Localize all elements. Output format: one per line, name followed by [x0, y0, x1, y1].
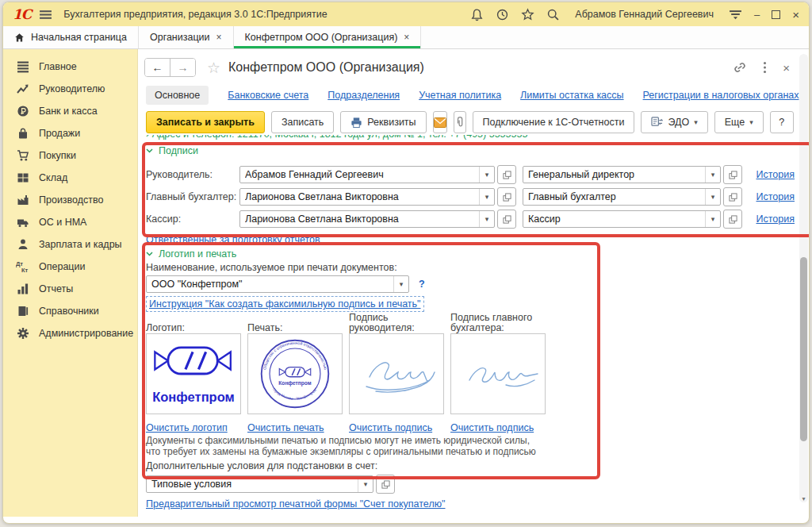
- nav-link-bank-accounts[interactable]: Банковские счета: [228, 90, 308, 101]
- invoice-preview-link[interactable]: Предварительный просмотр печатной формы …: [146, 498, 446, 510]
- tab-organizations[interactable]: Организации ×: [139, 26, 234, 48]
- dropdown-arrow-icon[interactable]: ▾: [358, 476, 373, 492]
- sidebar-label: Отчеты: [39, 283, 73, 294]
- dropdown-arrow-icon[interactable]: ▾: [705, 189, 720, 205]
- service-menu-icon[interactable]: [729, 8, 742, 21]
- open-element-button[interactable]: [376, 475, 395, 494]
- tab-home[interactable]: Начальная страница: [3, 26, 139, 48]
- signatures-section-header[interactable]: Подписи: [146, 145, 198, 156]
- address-section-collapsed[interactable]: › Адрес и телефон: 121170, Москва г, 181…: [146, 135, 777, 143]
- accountant-position-input[interactable]: [523, 191, 705, 202]
- history-icon[interactable]: [496, 8, 509, 21]
- close-window-button[interactable]: ×: [792, 9, 799, 21]
- sidebar-item-production[interactable]: Производство: [3, 189, 137, 211]
- favorites-star-icon[interactable]: [521, 8, 534, 21]
- form-title: Конфетпром ООО (Организация): [228, 60, 424, 75]
- history-link[interactable]: История: [749, 213, 795, 225]
- cashier-name-input[interactable]: [240, 213, 479, 225]
- notifications-bell-icon[interactable]: [470, 8, 484, 21]
- close-form-icon[interactable]: ×: [783, 61, 790, 75]
- history-link[interactable]: История: [749, 191, 795, 202]
- sidebar-item-operations[interactable]: ДтКт Операции: [3, 256, 137, 278]
- print-name-input[interactable]: [147, 279, 393, 290]
- tab-close-icon[interactable]: ×: [404, 32, 409, 43]
- sidebar-item-bank[interactable]: Банк и касса: [3, 100, 137, 122]
- sidebar-item-sales[interactable]: Продажи: [3, 122, 137, 144]
- maximize-button[interactable]: [772, 10, 780, 19]
- sidebar-item-main[interactable]: Главное: [3, 56, 137, 78]
- sidebar-label: Справочники: [39, 306, 99, 317]
- nav-link-cash-limits[interactable]: Лимиты остатка кассы: [520, 90, 623, 101]
- dropdown-arrow-icon[interactable]: ▾: [479, 211, 494, 227]
- sidebar-item-hr[interactable]: Зарплата и кадры: [3, 233, 137, 256]
- dropdown-arrow-icon[interactable]: ▾: [393, 276, 408, 292]
- director-position-input[interactable]: [523, 169, 705, 180]
- tab-konfetprom[interactable]: Конфетпром ООО (Организация) ×: [234, 26, 422, 48]
- tab-close-icon[interactable]: ×: [216, 32, 222, 43]
- responsible-for-reports-link[interactable]: Ответственные за подготовку отчетов: [146, 234, 320, 245]
- director-signature-image[interactable]: [349, 333, 444, 414]
- save-button[interactable]: Записать: [271, 111, 334, 133]
- hamburger-menu-icon[interactable]: [39, 8, 52, 21]
- director-name-input[interactable]: [240, 169, 479, 180]
- open-element-button[interactable]: [723, 210, 742, 229]
- sidebar-item-purchases[interactable]: Покупки: [3, 144, 137, 167]
- open-element-button[interactable]: [723, 187, 742, 206]
- scroll-down-arrow[interactable]: ▾: [799, 495, 808, 502]
- clear-logo-link[interactable]: Очистить логотип: [146, 422, 228, 433]
- send-email-button[interactable]: [433, 111, 447, 133]
- clear-stamp-link[interactable]: Очистить печать: [247, 422, 324, 433]
- open-element-button[interactable]: [497, 187, 516, 206]
- search-icon[interactable]: [546, 8, 560, 21]
- nav-link-departments[interactable]: Подразделения: [327, 90, 400, 101]
- accountant-signature-image[interactable]: [450, 333, 546, 414]
- more-dots-icon[interactable]: [763, 61, 767, 74]
- save-close-button[interactable]: Записать и закрыть: [146, 111, 265, 133]
- terms-input[interactable]: [147, 479, 358, 490]
- clear-accountant-signature-link[interactable]: Очистить подпись: [450, 422, 534, 433]
- current-user[interactable]: Абрамов Геннадий Сергеевич: [575, 9, 714, 20]
- sidebar-item-os-nma[interactable]: ОС и НМА: [3, 211, 137, 233]
- sidebar-item-reports[interactable]: Отчеты: [3, 278, 137, 300]
- dropdown-arrow-icon[interactable]: ▾: [705, 211, 720, 227]
- accountant-name-input[interactable]: [240, 191, 479, 202]
- sidebar-item-warehouse[interactable]: Склад: [3, 167, 137, 189]
- nav-link-accounting-policy[interactable]: Учетная политика: [419, 90, 501, 101]
- director-signature-graphic: [352, 337, 441, 410]
- details-button[interactable]: Реквизиты: [340, 111, 426, 133]
- instruction-link[interactable]: Инструкция "Как создать факсимильную под…: [146, 296, 424, 312]
- cashier-position-input[interactable]: [523, 213, 705, 225]
- clear-director-signature-link[interactable]: Очистить подпись: [349, 422, 432, 433]
- open-element-button[interactable]: [497, 165, 516, 184]
- chevron-down-icon: ▾: [749, 118, 753, 126]
- stamp-image[interactable]: Общество с ограниченной ответственностью…: [247, 333, 343, 414]
- svg-text:· город Москва · "Конфетпром": · город Москва · "Конфетпром" ·: [270, 386, 319, 401]
- logo-image[interactable]: Конфетпром: [146, 333, 241, 414]
- open-element-button[interactable]: [723, 165, 742, 184]
- sidebar-item-manager[interactable]: Руководителю: [3, 78, 137, 100]
- scrollbar-thumb[interactable]: [800, 257, 807, 441]
- more-button[interactable]: Еще ▾: [714, 111, 764, 133]
- help-button[interactable]: ?: [770, 111, 794, 133]
- connect-1c-reporting-button[interactable]: Подключение к 1С-Отчетности: [473, 111, 635, 133]
- attachments-button[interactable]: [454, 111, 466, 133]
- nav-link-tax-registrations[interactable]: Регистрации в налоговых органах: [643, 90, 799, 101]
- dropdown-arrow-icon[interactable]: ▾: [479, 167, 494, 183]
- back-button[interactable]: ←: [145, 59, 170, 76]
- dropdown-arrow-icon[interactable]: ▾: [479, 189, 494, 205]
- dropdown-arrow-icon[interactable]: ▾: [705, 167, 720, 183]
- get-link-icon[interactable]: [733, 60, 747, 75]
- favorite-star-icon[interactable]: ☆: [207, 59, 220, 77]
- logo-stamp-section-header[interactable]: Логотип и печать: [146, 248, 236, 260]
- open-element-button[interactable]: [497, 210, 516, 229]
- edo-button[interactable]: ЭДО ▾: [641, 111, 707, 133]
- field-help-icon[interactable]: ?: [419, 279, 425, 290]
- history-link[interactable]: История: [749, 169, 795, 180]
- sidebar-item-administration[interactable]: Администрирование: [3, 322, 137, 344]
- forward-button[interactable]: →: [170, 59, 195, 76]
- nav-tab-main[interactable]: Основное: [146, 86, 209, 105]
- vertical-scrollbar[interactable]: ▾: [799, 54, 808, 502]
- minimize-button[interactable]: –: [754, 10, 760, 20]
- sidebar-item-directories[interactable]: Справочники: [3, 300, 137, 322]
- sidebar-label: Руководителю: [39, 83, 105, 94]
